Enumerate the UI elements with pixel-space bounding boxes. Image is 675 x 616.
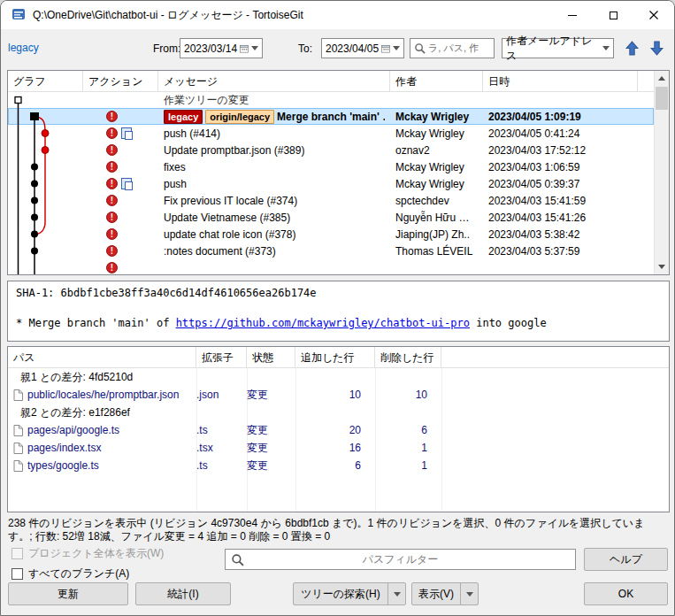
scrollbar-thumb[interactable] (656, 87, 668, 110)
action-cell: ! (83, 158, 158, 175)
walk-behavior-dropdown[interactable] (387, 583, 405, 604)
minimize-button[interactable] (552, 1, 593, 29)
action-cell: ! (83, 175, 158, 192)
modified-icon: ! (106, 195, 118, 206)
commit-author: Jiaping(JP) Zh.. (390, 226, 483, 243)
worktree-row[interactable]: 作業ツリーの変更 (8, 92, 654, 108)
graph-cell (8, 175, 83, 192)
graph-cell (8, 142, 83, 158)
changed-files-panel: パス 拡張子 状態 追加した行 削除した行 親1 との差分: 4fd5210dp… (7, 346, 670, 512)
column-header-message[interactable]: メッセージ (158, 71, 390, 91)
refresh-button[interactable]: 更新 (8, 582, 128, 605)
commit-author: Mckay Wrigley (390, 158, 483, 175)
close-button[interactable] (633, 1, 674, 29)
close-icon (649, 11, 658, 19)
chevron-down-icon (602, 46, 610, 50)
action-cell: ! (83, 243, 158, 259)
commit-row[interactable]: ! (8, 259, 654, 274)
file-row[interactable]: public/locales/he/promptbar.json.json変更1… (8, 386, 669, 404)
column-header-action[interactable]: アクション (83, 71, 158, 91)
file-row[interactable]: types/google.ts.ts変更61 (8, 457, 669, 474)
file-row-list: 親1 との差分: 4fd5210dpublic/locales/he/promp… (8, 368, 669, 474)
commit-detail-panel[interactable]: SHA-1: 6bdbf1cbe38ff3a40c6d14df4610656ea… (7, 281, 670, 342)
log-row-list: 作業ツリーの変更 !legacyorigin/legacyMerge branc… (8, 92, 654, 274)
log-scrollbar[interactable] (654, 71, 669, 274)
scroll-down-button[interactable] (655, 259, 669, 274)
to-label: To: (298, 42, 312, 55)
commit-row[interactable]: !fixesMckay Wrigley2023/04/03 1:06:59 (8, 158, 654, 175)
walk-behavior-label: ツリーの探索(H) (294, 587, 387, 602)
message-cell: legacyorigin/legacyMerge branch 'main' … (158, 108, 390, 125)
current-branch-link[interactable]: legacy (8, 42, 39, 54)
commit-author: oznav2 (390, 142, 483, 158)
chevron-down-icon (394, 592, 401, 597)
column-header-date[interactable]: 日時 (483, 71, 638, 91)
modified-icon: ! (106, 262, 118, 273)
column-header-author[interactable]: 作者 (390, 71, 483, 91)
modified-icon: ! (106, 178, 118, 189)
ok-button[interactable]: OK (584, 582, 668, 605)
commit-message: update chat role icon (#378) (164, 228, 295, 241)
commit-row[interactable]: !pushMckay Wrigley2023/04/05 0:39:37 (8, 175, 654, 192)
file-added-lines: 6 (295, 457, 375, 474)
from-date-picker[interactable]: 2023/03/14 (180, 38, 263, 58)
commit-message: push (#414) (164, 127, 220, 140)
commit-date (483, 259, 638, 274)
chevron-down-icon (251, 46, 258, 50)
column-header-deleted-lines[interactable]: 削除した行 (375, 347, 441, 367)
commit-row[interactable]: !Update Vietnamese (#385)Nguyễn Hữu …202… (8, 209, 654, 226)
commit-row[interactable]: !update chat role icon (#378)Jiaping(JP)… (8, 226, 654, 243)
file-deleted-lines: 10 (375, 386, 441, 404)
maximize-button[interactable] (593, 1, 633, 29)
file-row[interactable]: pages/index.tsx.tsx変更161 (8, 439, 669, 457)
message-cell: Fix previous IT locale (#374) (158, 192, 390, 209)
help-button[interactable]: ヘルプ (584, 548, 668, 571)
file-row[interactable]: pages/api/google.ts.ts変更206 (8, 421, 669, 439)
chevron-down-icon (393, 46, 400, 50)
commit-row[interactable]: !Update promptbar.json (#389)oznav22023/… (8, 142, 654, 158)
navigate-up-button[interactable] (620, 37, 643, 59)
author-filter-dropdown[interactable]: 作者メールアドレス (502, 38, 614, 58)
all-branches-label: すべてのブランチ(A) (28, 566, 129, 581)
commit-row[interactable]: !Fix previous IT locale (#374)spctechdev… (8, 192, 654, 209)
commit-url-link[interactable]: https://github.com/mckaywrigley/chatbot-… (176, 317, 470, 329)
log-search-input[interactable]: ラ, パス, 作 (410, 38, 495, 58)
column-header-graph[interactable]: グラフ (8, 71, 83, 91)
merge-message-suffix: into google (470, 317, 547, 329)
diff-group-row: 親1 との差分: 4fd5210d (8, 368, 669, 386)
file-extension (196, 368, 247, 386)
show-whole-project-checkbox: プロジェクト全体を表示(W) (12, 546, 164, 561)
commit-date: 2023/04/05 0:39:37 (483, 175, 638, 192)
file-status: 変更 (247, 386, 295, 404)
statistics-button[interactable]: 統計(I) (135, 582, 231, 605)
navigate-down-button[interactable] (645, 37, 668, 59)
action-cell (83, 92, 158, 108)
chevron-down-icon (466, 592, 473, 597)
commit-row[interactable]: !push (#414)Mckay Wrigley2023/04/05 0:41… (8, 125, 654, 142)
file-deleted-lines (375, 368, 441, 386)
path-filter-input[interactable]: パスフィルター (225, 549, 576, 570)
walk-behavior-button[interactable]: ツリーの探索(H) (293, 582, 406, 605)
graph-cell (8, 125, 83, 142)
action-cell: ! (83, 125, 158, 142)
column-header-extension[interactable]: 拡張子 (196, 347, 247, 367)
column-header-path[interactable]: パス (8, 347, 196, 367)
all-branches-checkbox[interactable]: すべてのブランチ(A) (12, 566, 129, 581)
to-date-picker[interactable]: 2023/04/05 (321, 38, 404, 58)
author-filter-value: 作者メールアドレス (506, 34, 600, 64)
filter-toolbar: legacy From: 2023/03/14 To: 2023/04/05 (1, 29, 674, 66)
commit-row[interactable]: !:notes document (#373)Thomas LÉVEIL2023… (8, 243, 654, 259)
view-button[interactable]: 表示(V) (411, 582, 479, 605)
column-header-status[interactable]: 状態 (247, 347, 295, 367)
scroll-up-button[interactable] (655, 71, 669, 86)
column-header-added-lines[interactable]: 追加した行 (295, 347, 375, 367)
commit-row[interactable]: !legacyorigin/legacyMerge branch 'main' … (8, 108, 654, 125)
file-extension: .ts (196, 421, 247, 439)
modified-icon: ! (106, 144, 118, 156)
sha-line: SHA-1: 6bdbf1cbe38ff3a40c6d14df4610656ea… (16, 286, 661, 301)
file-deleted-lines: 6 (375, 421, 441, 439)
message-cell: push (158, 175, 390, 192)
status-text: 238 件のリビジョンを表示中 (リビジョン 4c9730e4 から 6bdbf… (1, 514, 675, 543)
calendar-icon (240, 43, 249, 54)
view-dropdown[interactable] (460, 583, 478, 604)
